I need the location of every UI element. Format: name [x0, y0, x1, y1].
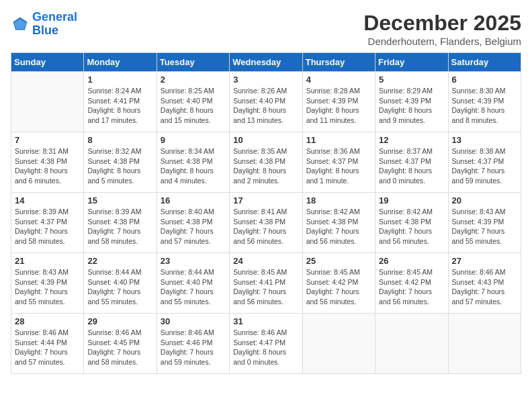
weekday-header-row: SundayMondayTuesdayWednesdayThursdayFrid… — [11, 53, 521, 72]
logo: General Blue — [11, 11, 77, 38]
day-info: Sunrise: 8:45 AM Sunset: 4:41 PM Dayligh… — [233, 267, 298, 307]
day-info: Sunrise: 8:26 AM Sunset: 4:40 PM Dayligh… — [233, 86, 298, 126]
weekday-header-tuesday: Tuesday — [157, 53, 229, 72]
calendar-cell: 19Sunrise: 8:42 AM Sunset: 4:38 PM Dayli… — [375, 193, 448, 253]
calendar-cell: 30Sunrise: 8:46 AM Sunset: 4:46 PM Dayli… — [157, 314, 229, 374]
calendar-cell: 28Sunrise: 8:46 AM Sunset: 4:44 PM Dayli… — [11, 314, 84, 374]
week-row-3: 14Sunrise: 8:39 AM Sunset: 4:37 PM Dayli… — [11, 193, 521, 253]
day-number: 9 — [161, 135, 226, 145]
day-info: Sunrise: 8:46 AM Sunset: 4:46 PM Dayligh… — [161, 328, 226, 367]
day-number: 30 — [161, 316, 226, 326]
weekday-header-monday: Monday — [84, 53, 157, 72]
calendar-cell: 18Sunrise: 8:42 AM Sunset: 4:38 PM Dayli… — [302, 193, 375, 253]
week-row-5: 28Sunrise: 8:46 AM Sunset: 4:44 PM Dayli… — [11, 314, 521, 374]
day-number: 6 — [452, 75, 517, 85]
day-number: 14 — [15, 195, 80, 205]
day-info: Sunrise: 8:39 AM Sunset: 4:38 PM Dayligh… — [87, 207, 152, 246]
day-number: 15 — [87, 195, 152, 205]
day-info: Sunrise: 8:45 AM Sunset: 4:42 PM Dayligh… — [306, 267, 371, 307]
logo-line1: General — [32, 10, 77, 24]
calendar-table: SundayMondayTuesdayWednesdayThursdayFrid… — [11, 52, 521, 374]
day-info: Sunrise: 8:46 AM Sunset: 4:43 PM Dayligh… — [452, 267, 517, 307]
day-info: Sunrise: 8:41 AM Sunset: 4:38 PM Dayligh… — [233, 207, 298, 246]
day-info: Sunrise: 8:32 AM Sunset: 4:38 PM Dayligh… — [87, 146, 152, 186]
calendar-cell: 4Sunrise: 8:28 AM Sunset: 4:39 PM Daylig… — [302, 72, 375, 132]
weekday-header-wednesday: Wednesday — [230, 53, 302, 72]
calendar-cell: 2Sunrise: 8:25 AM Sunset: 4:40 PM Daylig… — [157, 72, 229, 132]
day-number: 28 — [15, 316, 80, 326]
calendar-cell: 3Sunrise: 8:26 AM Sunset: 4:40 PM Daylig… — [230, 72, 302, 132]
calendar-cell: 15Sunrise: 8:39 AM Sunset: 4:38 PM Dayli… — [84, 193, 157, 253]
calendar-cell — [11, 72, 84, 132]
day-info: Sunrise: 8:38 AM Sunset: 4:37 PM Dayligh… — [452, 146, 517, 186]
day-info: Sunrise: 8:28 AM Sunset: 4:39 PM Dayligh… — [306, 86, 371, 126]
day-info: Sunrise: 8:46 AM Sunset: 4:44 PM Dayligh… — [15, 328, 80, 367]
calendar-cell — [448, 314, 521, 374]
day-number: 5 — [379, 75, 444, 85]
day-number: 11 — [306, 135, 371, 145]
day-info: Sunrise: 8:35 AM Sunset: 4:38 PM Dayligh… — [233, 146, 298, 186]
day-number: 25 — [306, 256, 371, 266]
calendar-cell: 31Sunrise: 8:46 AM Sunset: 4:47 PM Dayli… — [230, 314, 302, 374]
calendar-cell: 24Sunrise: 8:45 AM Sunset: 4:41 PM Dayli… — [230, 253, 302, 314]
calendar-cell — [375, 314, 448, 374]
day-number: 4 — [306, 75, 371, 85]
calendar-cell: 21Sunrise: 8:43 AM Sunset: 4:39 PM Dayli… — [11, 253, 84, 314]
weekday-header-thursday: Thursday — [302, 53, 375, 72]
calendar-cell: 29Sunrise: 8:46 AM Sunset: 4:45 PM Dayli… — [84, 314, 157, 374]
day-number: 7 — [15, 135, 80, 145]
calendar-cell: 5Sunrise: 8:29 AM Sunset: 4:39 PM Daylig… — [375, 72, 448, 132]
calendar-cell: 9Sunrise: 8:34 AM Sunset: 4:38 PM Daylig… — [157, 132, 229, 193]
week-row-2: 7Sunrise: 8:31 AM Sunset: 4:38 PM Daylig… — [11, 132, 521, 193]
week-row-1: 1Sunrise: 8:24 AM Sunset: 4:41 PM Daylig… — [11, 72, 521, 132]
weekday-header-sunday: Sunday — [11, 53, 84, 72]
calendar-cell: 26Sunrise: 8:45 AM Sunset: 4:42 PM Dayli… — [375, 253, 448, 314]
weekday-header-friday: Friday — [375, 53, 448, 72]
day-info: Sunrise: 8:37 AM Sunset: 4:37 PM Dayligh… — [379, 146, 444, 186]
day-number: 23 — [161, 256, 226, 266]
day-info: Sunrise: 8:42 AM Sunset: 4:38 PM Dayligh… — [306, 207, 371, 246]
logo-text: General Blue — [32, 11, 77, 38]
calendar-cell: 8Sunrise: 8:32 AM Sunset: 4:38 PM Daylig… — [84, 132, 157, 193]
day-number: 1 — [87, 75, 152, 85]
day-number: 18 — [306, 195, 371, 205]
calendar-cell: 22Sunrise: 8:44 AM Sunset: 4:40 PM Dayli… — [84, 253, 157, 314]
day-number: 29 — [87, 316, 152, 326]
day-number: 8 — [87, 135, 152, 145]
day-number: 27 — [452, 256, 517, 266]
calendar-cell: 16Sunrise: 8:40 AM Sunset: 4:38 PM Dayli… — [157, 193, 229, 253]
calendar-cell: 6Sunrise: 8:30 AM Sunset: 4:39 PM Daylig… — [448, 72, 521, 132]
logo-icon — [11, 15, 30, 34]
day-info: Sunrise: 8:39 AM Sunset: 4:37 PM Dayligh… — [15, 207, 80, 246]
calendar-cell: 1Sunrise: 8:24 AM Sunset: 4:41 PM Daylig… — [84, 72, 157, 132]
day-number: 3 — [233, 75, 298, 85]
location-subtitle: Denderhoutem, Flanders, Belgium — [363, 36, 521, 47]
calendar-cell: 20Sunrise: 8:43 AM Sunset: 4:39 PM Dayli… — [448, 193, 521, 253]
calendar-cell: 10Sunrise: 8:35 AM Sunset: 4:38 PM Dayli… — [230, 132, 302, 193]
title-area: December 2025 Denderhoutem, Flanders, Be… — [363, 11, 521, 47]
calendar-cell: 17Sunrise: 8:41 AM Sunset: 4:38 PM Dayli… — [230, 193, 302, 253]
calendar-cell: 7Sunrise: 8:31 AM Sunset: 4:38 PM Daylig… — [11, 132, 84, 193]
day-info: Sunrise: 8:46 AM Sunset: 4:47 PM Dayligh… — [233, 328, 298, 367]
day-number: 24 — [233, 256, 298, 266]
calendar-cell: 14Sunrise: 8:39 AM Sunset: 4:37 PM Dayli… — [11, 193, 84, 253]
calendar-cell: 12Sunrise: 8:37 AM Sunset: 4:37 PM Dayli… — [375, 132, 448, 193]
day-number: 20 — [452, 195, 517, 205]
day-info: Sunrise: 8:36 AM Sunset: 4:37 PM Dayligh… — [306, 146, 371, 186]
day-info: Sunrise: 8:24 AM Sunset: 4:41 PM Dayligh… — [87, 86, 152, 126]
day-info: Sunrise: 8:34 AM Sunset: 4:38 PM Dayligh… — [161, 146, 226, 186]
day-number: 21 — [15, 256, 80, 266]
day-number: 2 — [161, 75, 226, 85]
day-info: Sunrise: 8:30 AM Sunset: 4:39 PM Dayligh… — [452, 86, 517, 126]
day-info: Sunrise: 8:25 AM Sunset: 4:40 PM Dayligh… — [161, 86, 226, 126]
day-number: 17 — [233, 195, 298, 205]
day-number: 13 — [452, 135, 517, 145]
day-number: 16 — [161, 195, 226, 205]
day-number: 31 — [233, 316, 298, 326]
page-header: General Blue December 2025 Denderhoutem,… — [11, 11, 521, 47]
day-number: 10 — [233, 135, 298, 145]
day-number: 26 — [379, 256, 444, 266]
month-title: December 2025 — [363, 11, 521, 36]
weekday-header-saturday: Saturday — [448, 53, 521, 72]
day-info: Sunrise: 8:40 AM Sunset: 4:38 PM Dayligh… — [161, 207, 226, 246]
